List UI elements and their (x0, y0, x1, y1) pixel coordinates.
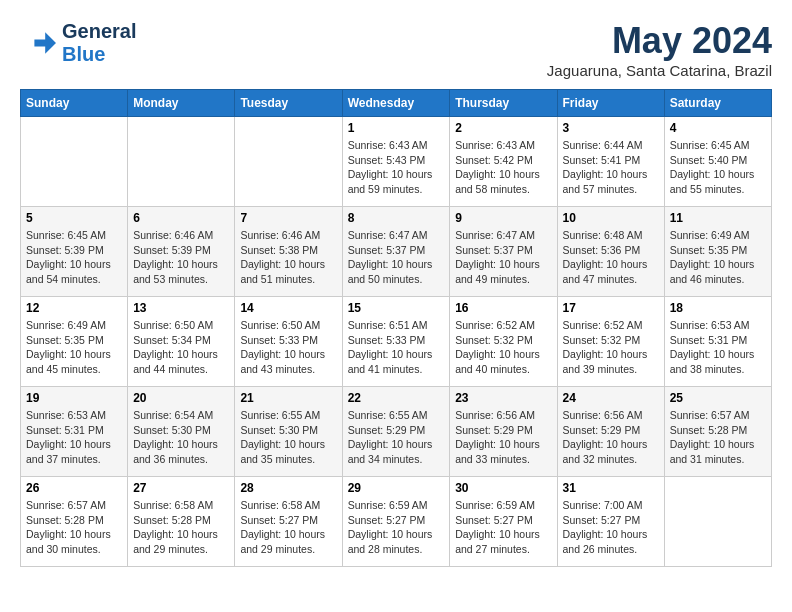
day-header-thursday: Thursday (450, 90, 557, 117)
day-info: Sunrise: 6:57 AM Sunset: 5:28 PM Dayligh… (670, 408, 766, 467)
day-cell-28: 28Sunrise: 6:58 AM Sunset: 5:27 PM Dayli… (235, 477, 342, 567)
day-number: 23 (455, 391, 551, 405)
day-cell-24: 24Sunrise: 6:56 AM Sunset: 5:29 PM Dayli… (557, 387, 664, 477)
day-header-monday: Monday (128, 90, 235, 117)
day-number: 18 (670, 301, 766, 315)
day-header-friday: Friday (557, 90, 664, 117)
day-info: Sunrise: 6:50 AM Sunset: 5:34 PM Dayligh… (133, 318, 229, 377)
svg-marker-1 (34, 32, 56, 54)
day-cell-30: 30Sunrise: 6:59 AM Sunset: 5:27 PM Dayli… (450, 477, 557, 567)
day-number: 2 (455, 121, 551, 135)
day-cell-4: 4Sunrise: 6:45 AM Sunset: 5:40 PM Daylig… (664, 117, 771, 207)
week-row-5: 26Sunrise: 6:57 AM Sunset: 5:28 PM Dayli… (21, 477, 772, 567)
day-info: Sunrise: 6:57 AM Sunset: 5:28 PM Dayligh… (26, 498, 122, 557)
week-row-2: 5Sunrise: 6:45 AM Sunset: 5:39 PM Daylig… (21, 207, 772, 297)
day-number: 24 (563, 391, 659, 405)
day-cell-empty (21, 117, 128, 207)
day-info: Sunrise: 6:53 AM Sunset: 5:31 PM Dayligh… (670, 318, 766, 377)
day-info: Sunrise: 6:48 AM Sunset: 5:36 PM Dayligh… (563, 228, 659, 287)
day-number: 30 (455, 481, 551, 495)
day-number: 21 (240, 391, 336, 405)
day-cell-1: 1Sunrise: 6:43 AM Sunset: 5:43 PM Daylig… (342, 117, 450, 207)
day-number: 12 (26, 301, 122, 315)
day-cell-27: 27Sunrise: 6:58 AM Sunset: 5:28 PM Dayli… (128, 477, 235, 567)
day-cell-5: 5Sunrise: 6:45 AM Sunset: 5:39 PM Daylig… (21, 207, 128, 297)
day-cell-15: 15Sunrise: 6:51 AM Sunset: 5:33 PM Dayli… (342, 297, 450, 387)
day-info: Sunrise: 6:47 AM Sunset: 5:37 PM Dayligh… (348, 228, 445, 287)
day-cell-9: 9Sunrise: 6:47 AM Sunset: 5:37 PM Daylig… (450, 207, 557, 297)
day-info: Sunrise: 6:43 AM Sunset: 5:43 PM Dayligh… (348, 138, 445, 197)
day-cell-25: 25Sunrise: 6:57 AM Sunset: 5:28 PM Dayli… (664, 387, 771, 477)
day-cell-6: 6Sunrise: 6:46 AM Sunset: 5:39 PM Daylig… (128, 207, 235, 297)
title-block: May 2024 Jaguaruna, Santa Catarina, Braz… (547, 20, 772, 79)
day-cell-26: 26Sunrise: 6:57 AM Sunset: 5:28 PM Dayli… (21, 477, 128, 567)
day-number: 11 (670, 211, 766, 225)
day-cell-23: 23Sunrise: 6:56 AM Sunset: 5:29 PM Dayli… (450, 387, 557, 477)
day-number: 3 (563, 121, 659, 135)
day-header-saturday: Saturday (664, 90, 771, 117)
day-cell-21: 21Sunrise: 6:55 AM Sunset: 5:30 PM Dayli… (235, 387, 342, 477)
day-info: Sunrise: 6:43 AM Sunset: 5:42 PM Dayligh… (455, 138, 551, 197)
day-header-wednesday: Wednesday (342, 90, 450, 117)
day-info: Sunrise: 6:58 AM Sunset: 5:28 PM Dayligh… (133, 498, 229, 557)
day-info: Sunrise: 6:55 AM Sunset: 5:29 PM Dayligh… (348, 408, 445, 467)
day-cell-10: 10Sunrise: 6:48 AM Sunset: 5:36 PM Dayli… (557, 207, 664, 297)
day-cell-13: 13Sunrise: 6:50 AM Sunset: 5:34 PM Dayli… (128, 297, 235, 387)
day-number: 6 (133, 211, 229, 225)
day-info: Sunrise: 6:59 AM Sunset: 5:27 PM Dayligh… (348, 498, 445, 557)
day-info: Sunrise: 6:55 AM Sunset: 5:30 PM Dayligh… (240, 408, 336, 467)
day-cell-29: 29Sunrise: 6:59 AM Sunset: 5:27 PM Dayli… (342, 477, 450, 567)
day-info: Sunrise: 6:53 AM Sunset: 5:31 PM Dayligh… (26, 408, 122, 467)
day-header-tuesday: Tuesday (235, 90, 342, 117)
day-number: 28 (240, 481, 336, 495)
day-cell-2: 2Sunrise: 6:43 AM Sunset: 5:42 PM Daylig… (450, 117, 557, 207)
day-cell-7: 7Sunrise: 6:46 AM Sunset: 5:38 PM Daylig… (235, 207, 342, 297)
day-info: Sunrise: 7:00 AM Sunset: 5:27 PM Dayligh… (563, 498, 659, 557)
day-number: 5 (26, 211, 122, 225)
day-cell-empty (128, 117, 235, 207)
day-cell-11: 11Sunrise: 6:49 AM Sunset: 5:35 PM Dayli… (664, 207, 771, 297)
calendar-table: SundayMondayTuesdayWednesdayThursdayFrid… (20, 89, 772, 567)
day-number: 22 (348, 391, 445, 405)
day-number: 16 (455, 301, 551, 315)
day-number: 4 (670, 121, 766, 135)
day-info: Sunrise: 6:54 AM Sunset: 5:30 PM Dayligh… (133, 408, 229, 467)
day-info: Sunrise: 6:46 AM Sunset: 5:38 PM Dayligh… (240, 228, 336, 287)
day-info: Sunrise: 6:56 AM Sunset: 5:29 PM Dayligh… (455, 408, 551, 467)
day-number: 8 (348, 211, 445, 225)
day-number: 19 (26, 391, 122, 405)
logo-text-line1: General (62, 20, 136, 43)
day-number: 29 (348, 481, 445, 495)
day-info: Sunrise: 6:59 AM Sunset: 5:27 PM Dayligh… (455, 498, 551, 557)
day-cell-20: 20Sunrise: 6:54 AM Sunset: 5:30 PM Dayli… (128, 387, 235, 477)
day-info: Sunrise: 6:49 AM Sunset: 5:35 PM Dayligh… (670, 228, 766, 287)
day-number: 10 (563, 211, 659, 225)
logo: General Blue (20, 20, 136, 66)
day-info: Sunrise: 6:45 AM Sunset: 5:39 PM Dayligh… (26, 228, 122, 287)
day-number: 15 (348, 301, 445, 315)
day-cell-19: 19Sunrise: 6:53 AM Sunset: 5:31 PM Dayli… (21, 387, 128, 477)
page-header: General Blue May 2024 Jaguaruna, Santa C… (20, 20, 772, 79)
day-number: 31 (563, 481, 659, 495)
calendar-subtitle: Jaguaruna, Santa Catarina, Brazil (547, 62, 772, 79)
logo-text-line2: Blue (62, 43, 136, 66)
day-number: 27 (133, 481, 229, 495)
day-cell-31: 31Sunrise: 7:00 AM Sunset: 5:27 PM Dayli… (557, 477, 664, 567)
day-cell-empty (235, 117, 342, 207)
day-info: Sunrise: 6:46 AM Sunset: 5:39 PM Dayligh… (133, 228, 229, 287)
day-cell-12: 12Sunrise: 6:49 AM Sunset: 5:35 PM Dayli… (21, 297, 128, 387)
day-info: Sunrise: 6:49 AM Sunset: 5:35 PM Dayligh… (26, 318, 122, 377)
day-cell-18: 18Sunrise: 6:53 AM Sunset: 5:31 PM Dayli… (664, 297, 771, 387)
day-number: 26 (26, 481, 122, 495)
week-row-1: 1Sunrise: 6:43 AM Sunset: 5:43 PM Daylig… (21, 117, 772, 207)
day-number: 17 (563, 301, 659, 315)
day-info: Sunrise: 6:58 AM Sunset: 5:27 PM Dayligh… (240, 498, 336, 557)
day-cell-8: 8Sunrise: 6:47 AM Sunset: 5:37 PM Daylig… (342, 207, 450, 297)
logo-icon (20, 25, 56, 61)
day-cell-17: 17Sunrise: 6:52 AM Sunset: 5:32 PM Dayli… (557, 297, 664, 387)
day-cell-14: 14Sunrise: 6:50 AM Sunset: 5:33 PM Dayli… (235, 297, 342, 387)
day-number: 9 (455, 211, 551, 225)
day-cell-empty (664, 477, 771, 567)
day-info: Sunrise: 6:50 AM Sunset: 5:33 PM Dayligh… (240, 318, 336, 377)
day-number: 1 (348, 121, 445, 135)
